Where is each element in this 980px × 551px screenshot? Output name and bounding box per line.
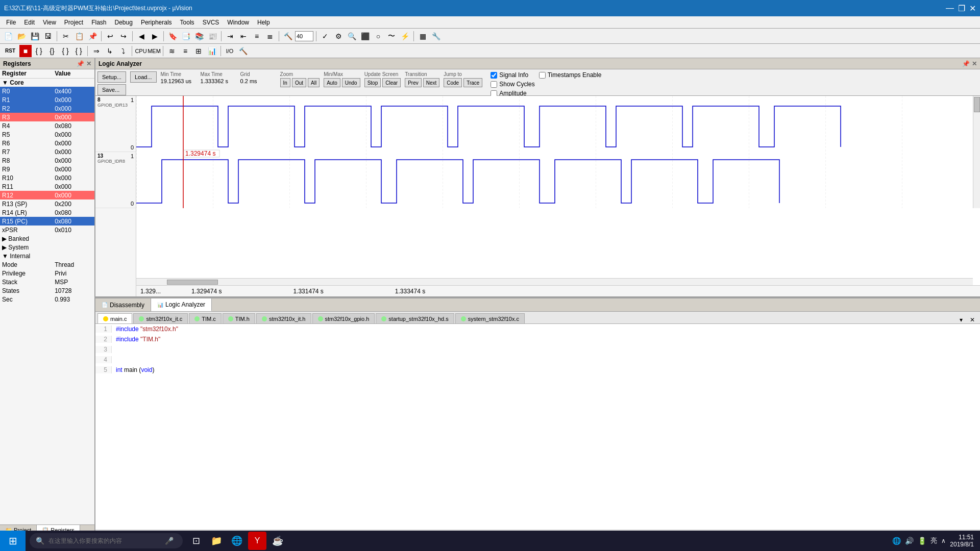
bookmark-btn[interactable]: 🔖 [166, 30, 179, 42]
la-close-icon[interactable]: ✕ [972, 60, 977, 67]
menu-project[interactable]: Project [60, 18, 87, 27]
arrow-btn[interactable]: ⇒ [90, 45, 103, 57]
search-btn[interactable]: 🔍 [346, 30, 358, 42]
view2-btn[interactable]: ⊞ [192, 45, 205, 57]
save-all-btn[interactable]: 🖫 [42, 30, 54, 42]
la-pin-icon[interactable]: 📌 [962, 60, 970, 67]
open-btn[interactable]: 📂 [15, 30, 28, 42]
mem-btn[interactable]: MEM [148, 45, 160, 57]
taskbar-task-view[interactable]: ⊡ [187, 532, 205, 550]
registers-scroll[interactable]: Register Value ▼ Core R00x400 R10x000 R2… [0, 69, 94, 524]
mic-icon[interactable]: 🎤 [165, 537, 174, 545]
start-button[interactable]: ⊞ [0, 531, 26, 551]
la-signal-info-checkbox[interactable] [491, 72, 497, 79]
la-trace-btn[interactable]: Trace [463, 78, 482, 87]
settings-btn[interactable]: ⚡ [399, 30, 411, 42]
new-file-btn[interactable]: 📄 [2, 30, 14, 42]
cut-btn[interactable]: ✂ [60, 30, 72, 42]
la-setup-btn[interactable]: Setup... [97, 71, 126, 83]
menu-debug[interactable]: Debug [111, 18, 137, 27]
logic-analyzer-tab[interactable]: 📊 Logic Analyzer [151, 298, 212, 311]
minimize-button[interactable]: — [946, 4, 954, 13]
tool-btn[interactable]: 🔧 [430, 30, 442, 42]
file-tab-TIM-h[interactable]: TIM.h [223, 313, 255, 323]
pin-icon[interactable]: 📌 [77, 60, 84, 67]
cpu-btn[interactable]: CPU [135, 45, 147, 57]
bookmark2-btn[interactable]: 📑 [180, 30, 192, 42]
file-tab-TIM-c[interactable]: TIM.c [189, 313, 222, 323]
la-zoom-all-btn[interactable]: All [308, 78, 320, 87]
la-load-btn[interactable]: Load... [130, 71, 157, 83]
la-timestamps-checkbox[interactable] [539, 72, 546, 79]
la-zoom-in-btn[interactable]: In [280, 78, 290, 87]
rst-btn[interactable]: RST [2, 45, 18, 57]
wave2-btn[interactable]: ≋ [166, 45, 178, 57]
la-save-btn[interactable]: Save... [97, 84, 126, 95]
taskbar-explorer[interactable]: 📁 [207, 532, 226, 550]
paste-btn[interactable]: 📌 [86, 30, 99, 42]
la-auto-btn[interactable]: Auto [324, 78, 340, 87]
tool2-btn[interactable]: 🔨 [237, 45, 249, 57]
layout-btn[interactable]: ▦ [416, 30, 429, 42]
taskbar-chrome[interactable]: 🌐 [228, 532, 246, 550]
close-button[interactable]: ✕ [969, 4, 976, 13]
redo-btn[interactable]: ↪ [117, 30, 130, 42]
debug2-btn[interactable]: ⚙ [332, 30, 345, 42]
maximize-button[interactable]: ❐ [958, 4, 965, 13]
file-tab-stm32f10x-it-h[interactable]: stm32f10x_it.h [256, 313, 311, 323]
menu-help[interactable]: Help [253, 18, 274, 27]
graph-btn[interactable]: 📊 [206, 45, 218, 57]
expand-system-icon[interactable]: ▶ [2, 244, 7, 251]
io-btn[interactable]: I/O [224, 45, 236, 57]
file-tab-main-c[interactable]: main.c [97, 313, 132, 323]
code-editor[interactable]: 1 #include "stm32f10x.h" 2 #include "TIM… [95, 324, 980, 530]
file-tabs-scroll-btn[interactable]: ▾ [957, 316, 966, 323]
brace1-btn[interactable]: { } [33, 45, 45, 57]
file-tabs-close-btn[interactable]: ✕ [967, 316, 978, 323]
menu-svcs[interactable]: SVCS [199, 18, 224, 27]
la-clear-btn[interactable]: Clear [382, 78, 401, 87]
indent-btn[interactable]: ⇥ [224, 30, 236, 42]
scrollbar-h-thumb[interactable] [167, 280, 218, 285]
menu-tools[interactable]: Tools [176, 18, 199, 27]
collapse-internal-icon[interactable]: ▼ [2, 253, 8, 260]
scrollbar-v-thumb[interactable] [974, 97, 980, 112]
build-btn[interactable]: 🔨 [282, 30, 294, 42]
nav-fwd-btn[interactable]: ▶ [149, 30, 161, 42]
la-code-btn[interactable]: Code [444, 78, 462, 87]
expand-banked-icon[interactable]: ▶ [2, 235, 7, 242]
la-zoom-out-btn[interactable]: Out [292, 78, 306, 87]
brace3-btn[interactable]: { } [59, 45, 71, 57]
circle-btn[interactable]: ○ [372, 30, 384, 42]
menu-flash[interactable]: Flash [87, 18, 110, 27]
la-show-cycles-checkbox[interactable] [491, 81, 497, 88]
waveform-scrollbar-h[interactable] [136, 278, 973, 285]
waveform-scrollbar-v[interactable] [973, 96, 980, 208]
waveform-canvas[interactable]: 1.329474 s 1.329... 1.329474 s 1.331474 … [136, 96, 980, 296]
brace2-btn[interactable]: {} [46, 45, 58, 57]
la-next-btn[interactable]: Next [423, 78, 440, 87]
menu-edit[interactable]: Edit [20, 18, 39, 27]
la-undo-btn[interactable]: Undo [342, 78, 360, 87]
taskbar-app-coffee[interactable]: ☕ [268, 532, 287, 550]
stop2-btn[interactable]: ■ [19, 45, 32, 57]
collapse-core-icon[interactable]: ▼ [2, 79, 8, 86]
file-tab-stm32f10x-gpio-h[interactable]: stm32f10x_gpio.h [312, 313, 375, 323]
align-btn[interactable]: ≡ [251, 30, 263, 42]
file-tab-system[interactable]: system_stm32f10x.c [455, 313, 525, 323]
copy-btn[interactable]: 📋 [73, 30, 85, 42]
unindent-btn[interactable]: ⇤ [237, 30, 250, 42]
nav-back-btn[interactable]: ◀ [135, 30, 148, 42]
bookmark3-btn[interactable]: 📚 [193, 30, 205, 42]
close-registers-icon[interactable]: ✕ [86, 60, 91, 67]
taskbar-app-y[interactable]: Y [248, 532, 266, 550]
save-btn[interactable]: 💾 [29, 30, 41, 42]
brace4-btn[interactable]: { } [72, 45, 85, 57]
menu-peripherals[interactable]: Peripherals [137, 18, 176, 27]
taskbar-caret-icon[interactable]: ∧ [941, 537, 946, 544]
build-input[interactable] [295, 31, 313, 41]
wave-btn[interactable]: 〜 [385, 30, 398, 42]
menu-file[interactable]: File [2, 18, 20, 27]
check-btn[interactable]: ✓ [319, 30, 331, 42]
stop-sim-btn[interactable]: ⬛ [359, 30, 371, 42]
